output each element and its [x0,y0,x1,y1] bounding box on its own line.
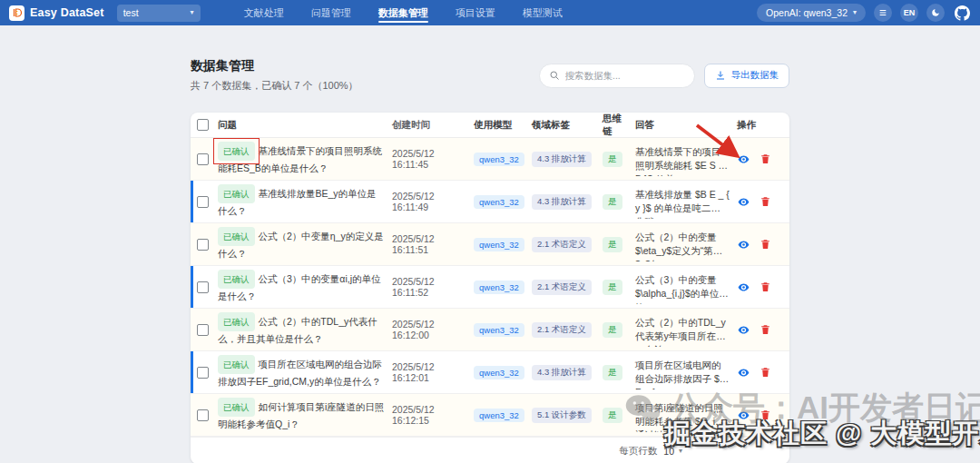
rows-per-page-label: 每页行数 [619,445,657,458]
status-badge: 已确认 [218,270,255,289]
view-icon[interactable] [737,323,750,337]
easy-dataset-logo-icon [9,5,24,21]
moon-icon [931,8,940,17]
question-cell: 已确认如何计算项目第i座隧道的日照明能耗参考值Q_i？ [214,394,388,436]
column-model: 使用模型 [470,115,528,135]
status-badge: 已确认 [218,142,255,161]
created-time: 2025/5/12 16:11:51 [388,230,470,259]
github-button[interactable] [953,4,971,22]
view-icon[interactable] [737,409,750,422]
row-checkbox[interactable] [197,153,209,165]
nav-item-4[interactable]: 模型测试 [523,0,563,25]
row-actions [733,362,787,383]
question-cell: 已确认项目所在区域电网的组合边际排放因子EF_grid,CM,y的单位是什么？ [214,351,388,393]
dark-mode-button[interactable] [926,4,945,22]
app-logo[interactable]: Easy DataSet [9,5,104,21]
cot-badge: 是 [603,280,622,295]
model-badge: qwen3_32 [474,281,524,294]
cot-badge: 是 [603,408,622,423]
rows-per-page-select[interactable]: 10 ▾ [663,446,682,457]
project-select[interactable]: test ▾ [117,5,201,22]
row-actions [733,149,787,170]
table-row[interactable]: 已确认公式（3）中的变量αi,j的单位是什么？ 2025/5/12 16:11:… [191,266,789,309]
task-list-button[interactable] [874,4,892,22]
created-time: 2025/5/12 16:11:45 [388,144,470,173]
view-icon[interactable] [737,366,750,379]
row-actions [733,320,787,340]
nav-item-2[interactable]: 数据集管理 [378,0,428,25]
project-select-value: test [123,7,139,18]
model-badge: qwen3_32 [474,195,524,209]
cot-badge: 是 [603,365,622,380]
domain-tag-badge: 4.3 排放计算 [532,152,592,167]
row-actions [733,405,787,426]
view-icon[interactable] [737,238,750,251]
chevron-down-icon: ▾ [853,9,857,16]
status-badge: 已确认 [218,398,255,417]
domain-tag-badge: 5.1 设计参数 [532,408,592,423]
row-checkbox[interactable] [197,324,209,336]
answer-preview: 基准线排放量 $B E _ { y }$ 的单位是吨二氧化碳... [632,184,733,219]
created-time: 2025/5/12 16:12:00 [388,315,470,344]
question-cell: 已确认基准线排放量BE_y的单位是什么？ [214,181,388,222]
delete-icon[interactable] [760,366,771,379]
table-row[interactable]: 已确认如何计算项目第i座隧道的日照明能耗参考值Q_i？ 2025/5/12 16… [191,394,789,437]
model-badge: qwen3_32 [474,323,524,337]
view-icon[interactable] [737,281,750,294]
delete-icon[interactable] [760,409,771,421]
view-icon[interactable] [737,153,750,166]
row-checkbox[interactable] [197,367,209,379]
row-actions [733,192,787,212]
domain-tag-badge: 4.3 排放计算 [532,194,592,210]
question-cell: 已确认公式（2）中变量η_y的定义是什么？ [214,223,388,265]
app-title: Easy DataSet [30,6,104,19]
row-checkbox[interactable] [197,281,209,293]
top-navbar: Easy DataSet test ▾ 文献处理问题管理数据集管理项目设置模型测… [0,0,980,25]
page-header: 数据集管理 共 7 个数据集，已确认 7 个（100%） 导出数据集 [191,58,789,93]
search-box [539,64,695,88]
select-all-checkbox[interactable] [197,119,209,131]
table-row[interactable]: 已确认基准线情景下的项目照明系统能耗ES_B的单位是什么？ 2025/5/12 … [191,138,789,181]
model-badge: qwen3_32 [474,238,524,251]
nav-item-0[interactable]: 文献处理 [244,0,284,25]
row-actions [733,234,787,255]
language-button[interactable]: EN [900,4,918,22]
delete-icon[interactable] [760,238,771,251]
row-checkbox[interactable] [197,239,209,251]
question-cell: 已确认公式（2）中的TDL_y代表什么，并且其单位是什么？ [214,309,388,350]
column-answer: 回答 [632,114,733,135]
table-row[interactable]: 已确认公式（2）中的TDL_y代表什么，并且其单位是什么？ 2025/5/12 … [191,309,789,351]
row-checkbox[interactable] [197,409,209,421]
domain-tag-badge: 2.1 术语定义 [532,280,592,295]
table-row[interactable]: 已确认基准线排放量BE_y的单位是什么？ 2025/5/12 16:11:49 … [191,181,789,223]
table-body: 已确认基准线情景下的项目照明系统能耗ES_B的单位是什么？ 2025/5/12 … [191,138,789,437]
page-title: 数据集管理 [191,58,358,74]
search-input[interactable] [565,70,674,81]
question-cell: 已确认基准线情景下的项目照明系统能耗ES_B的单位是什么？ [214,138,388,180]
table-row[interactable]: 已确认项目所在区域电网的组合边际排放因子EF_grid,CM,y的单位是什么？ … [191,351,789,394]
nav-item-3[interactable]: 项目设置 [456,0,495,25]
export-dataset-button[interactable]: 导出数据集 [704,64,790,88]
dataset-table-card: 问题 创建时间 使用模型 领域标签 思维链 回答 操作 已确认基准线情景下的项目… [191,113,789,463]
cot-badge: 是 [603,237,622,252]
status-badge: 已确认 [218,184,255,203]
delete-icon[interactable] [760,323,771,336]
search-icon [549,70,560,81]
delete-icon[interactable] [760,281,771,293]
status-badge: 已确认 [218,355,255,374]
table-row[interactable]: 已确认公式（2）中变量η_y的定义是什么？ 2025/5/12 16:11:51… [191,223,789,266]
main-nav: 文献处理问题管理数据集管理项目设置模型测试 [244,0,563,25]
export-button-label: 导出数据集 [731,69,779,82]
view-icon[interactable] [737,195,750,209]
answer-preview: 项目所在区域电网的组合边际排放因子 $E F _ {... [632,355,733,389]
github-icon [955,5,970,21]
delete-icon[interactable] [760,195,771,208]
delete-icon[interactable] [760,153,771,165]
row-checkbox[interactable] [197,196,209,208]
nav-item-1[interactable]: 问题管理 [311,0,351,25]
chevron-down-icon: ▾ [679,448,682,455]
answer-preview: 基准线情景下的项目照明系统能耗 $E S _ { B }$ 的单... [632,142,733,176]
column-created: 创建时间 [388,115,470,135]
model-select[interactable]: OpenAI: qwen3_32 ▾ [757,4,866,22]
answer-preview: 公式（2）中的变量 $\eta_y$定义为“第$y$年... [632,227,733,261]
